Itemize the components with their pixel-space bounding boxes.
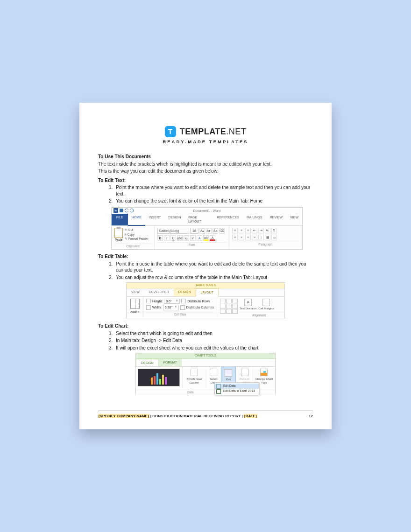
font-size-select[interactable]: 18: [190, 228, 198, 234]
tab-home[interactable]: HOME: [128, 214, 145, 226]
line-spacing-icon[interactable]: ↕: [258, 235, 264, 240]
quick-access-toolbar: W: [113, 208, 134, 213]
tab-view[interactable]: VIEW: [127, 288, 144, 296]
list-item: Select the chart which is going to edit …: [114, 330, 313, 337]
text-effects-icon[interactable]: A: [197, 235, 202, 241]
window-title: W Document1 - Word: [112, 208, 302, 214]
list-item: In Main tab: Design -> Edit Data: [114, 337, 313, 344]
footer-company-placeholder: [SPECIFY COMPANY NAME]: [98, 414, 149, 418]
word-ribbon-table-tools: TABLE TOOLS VIEW DEVELOPER DESIGN LAYOUT…: [126, 282, 285, 318]
col-width-icon: [146, 305, 151, 310]
tab-chart-format[interactable]: FORMAT: [159, 359, 182, 366]
width-input[interactable]: 6.26"▲▼: [163, 305, 179, 310]
distribute-cols-icon[interactable]: [180, 305, 185, 310]
tab-view[interactable]: VIEW: [286, 214, 302, 225]
ribbon-tabs: FILE HOME INSERT DESIGN PAGE LAYOUT REFE…: [112, 214, 302, 226]
copy-button[interactable]: ⎘ Copy: [125, 232, 149, 237]
chart-style-preview[interactable]: [138, 369, 180, 386]
spreadsheet-icon: [216, 384, 221, 389]
group-alignment: A Text Direction Cell Margins: [217, 297, 284, 318]
font-name-select[interactable]: Calibri (Body): [157, 228, 189, 234]
width-label: Width:: [152, 305, 162, 309]
superscript-icon[interactable]: x²: [190, 235, 196, 241]
group-clipboard: Paste ✂ Cut ⎘ Copy ✎ Format Painter Clip…: [112, 226, 155, 250]
tab-developer[interactable]: DEVELOPER: [144, 288, 174, 296]
bullets-icon[interactable]: ≡: [232, 228, 238, 233]
switch-row-col-button[interactable]: Switch Row/ Column: [182, 367, 206, 388]
distribute-cols-button[interactable]: Distribute Columns: [186, 305, 214, 309]
strike-icon[interactable]: abc: [177, 235, 183, 241]
footer-text: [SPECIFY COMPANY NAME] | CONSTRUCTION MA…: [98, 414, 257, 419]
heading-edit-text: To Edit Text:: [98, 177, 313, 184]
autofit-button[interactable]: AutoFit: [127, 297, 143, 318]
align-center-icon[interactable]: ≡: [239, 235, 244, 240]
list-item: It will open the excel sheet where you c…: [114, 345, 313, 351]
brand-name: TEMPLATE.NET: [180, 126, 247, 137]
decrease-indent-icon[interactable]: ⇤: [252, 228, 257, 233]
underline-icon[interactable]: U: [170, 235, 176, 241]
page-footer: [SPECIFY COMPANY NAME] | CONSTRUCTION MA…: [98, 411, 313, 419]
subscript-icon[interactable]: x₂: [184, 235, 189, 241]
italic-icon[interactable]: I: [164, 235, 170, 241]
tab-design[interactable]: DESIGN: [164, 214, 184, 225]
justify-icon[interactable]: ≡: [252, 235, 257, 240]
distribute-rows-icon[interactable]: [181, 299, 186, 303]
height-input[interactable]: 0.6"▲▼: [164, 299, 180, 304]
list-item: You can change the size, font & color of…: [114, 198, 313, 204]
align-left-icon[interactable]: ≡: [232, 235, 238, 240]
tab-chart-design[interactable]: DESIGN: [136, 359, 159, 366]
clear-format-icon[interactable]: ⌫: [219, 228, 225, 234]
font-color-icon[interactable]: A: [210, 235, 215, 241]
menu-edit-data-excel[interactable]: Edit Data in Excel 2013: [215, 389, 259, 394]
grow-font-icon[interactable]: A▴: [199, 228, 205, 234]
highlight-icon[interactable]: ab: [203, 235, 209, 241]
excel-icon: [216, 389, 221, 394]
undo-icon: [125, 209, 128, 212]
increase-indent-icon[interactable]: ⇥: [258, 228, 264, 233]
heading-edit-table: To Edit Table:: [98, 253, 313, 260]
align-right-icon[interactable]: ≡: [245, 235, 251, 240]
heading-use: To Use This Documents: [98, 154, 313, 160]
save-icon: [120, 209, 123, 212]
multilevel-icon[interactable]: ≡: [245, 228, 251, 233]
context-tab-label: CHART TOOLS: [136, 353, 275, 359]
tab-file[interactable]: FILE: [112, 214, 128, 225]
distribute-rows-button[interactable]: Distribute Rows: [187, 299, 210, 303]
tab-references[interactable]: REFERENCES: [213, 214, 243, 225]
format-painter-button[interactable]: ✎ Format Painter: [125, 237, 149, 241]
edit-text-list: Point the mouse where you want to edit a…: [114, 184, 313, 204]
tab-table-design[interactable]: DESIGN: [174, 288, 196, 296]
edit-data-icon: [225, 369, 232, 377]
shrink-font-icon[interactable]: A▾: [206, 228, 212, 234]
template-logo-icon: T: [165, 126, 176, 137]
heading-edit-chart: To Edit Chart:: [98, 323, 313, 329]
select-data-icon: [210, 369, 217, 376]
edit-chart-list: Select the chart which is going to edit …: [114, 330, 313, 351]
list-item: You can adjust the row & column size of …: [114, 274, 313, 281]
paste-icon[interactable]: [114, 228, 123, 238]
paste-button[interactable]: Paste: [114, 238, 123, 242]
intro-p2: This is the way you can edit the documen…: [98, 168, 313, 175]
cut-button[interactable]: ✂ Cut: [125, 228, 149, 232]
edit-table-list: Point the mouse in the table where you w…: [114, 261, 313, 281]
borders-icon[interactable]: ▭: [271, 235, 277, 240]
switch-row-col-icon: [191, 369, 198, 376]
sort-icon[interactable]: A↓: [265, 228, 270, 233]
tab-page-layout[interactable]: PAGE LAYOUT: [184, 214, 213, 225]
alignment-grid[interactable]: [220, 299, 238, 314]
bold-icon[interactable]: B: [157, 235, 163, 241]
edit-data-dropdown: Edit Data Edit Data in Excel 2013: [214, 382, 259, 395]
redo-icon: [130, 209, 134, 212]
change-case-icon[interactable]: Aa: [213, 228, 218, 234]
show-marks-icon[interactable]: ¶: [271, 228, 277, 233]
menu-edit-data[interactable]: Edit Data: [215, 384, 259, 389]
brand-header: T TEMPLATE.NET READY-MADE TEMPLATES: [98, 126, 313, 145]
tab-table-layout[interactable]: LAYOUT: [196, 288, 219, 296]
tab-insert[interactable]: INSERT: [145, 214, 165, 225]
shading-icon[interactable]: ▦: [265, 235, 270, 240]
list-item: Point the mouse in the table where you w…: [114, 261, 313, 273]
text-direction-icon: A: [244, 299, 252, 306]
tab-review[interactable]: REVIEW: [266, 214, 286, 225]
numbering-icon[interactable]: ≡: [239, 228, 244, 233]
tab-mailings[interactable]: MAILINGS: [243, 214, 266, 225]
